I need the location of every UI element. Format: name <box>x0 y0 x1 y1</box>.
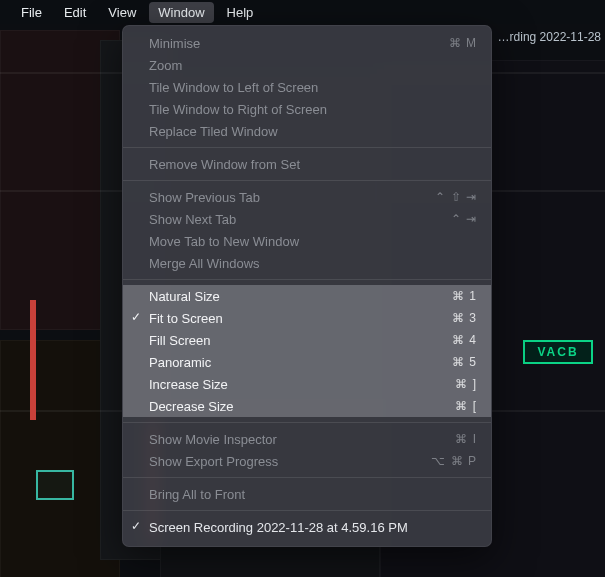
menu-item-replace-tiled[interactable]: Replace Tiled Window <box>123 120 491 142</box>
menu-help[interactable]: Help <box>218 2 263 23</box>
menu-item-show-previous-tab[interactable]: Show Previous Tab ⌃ ⇧ ⇥ <box>123 186 491 208</box>
menu-bar: File Edit View Window Help <box>0 0 605 24</box>
menu-item-label: Remove Window from Set <box>149 157 477 172</box>
menu-item-bring-all-to-front[interactable]: Bring All to Front <box>123 483 491 505</box>
background-window-title: …rding 2022-11-28 <box>498 30 601 44</box>
menu-item-accelerator: ⌘ 1 <box>452 289 477 303</box>
menu-separator <box>123 279 491 280</box>
menu-item-label: Zoom <box>149 58 477 73</box>
window-menu-dropdown: Minimise ⌘ M Zoom Tile Window to Left of… <box>122 25 492 547</box>
menu-item-fill-screen[interactable]: Fill Screen ⌘ 4 <box>123 329 491 351</box>
menu-section-sizing: Natural Size ⌘ 1 ✓ Fit to Screen ⌘ 3 Fil… <box>123 285 491 417</box>
menu-item-panoramic[interactable]: Panoramic ⌘ 5 <box>123 351 491 373</box>
menu-item-label: Show Next Tab <box>149 212 451 227</box>
menu-item-accelerator: ⌘ M <box>449 36 477 50</box>
menu-item-label: Replace Tiled Window <box>149 124 477 139</box>
menu-item-show-movie-inspector[interactable]: Show Movie Inspector ⌘ I <box>123 428 491 450</box>
menu-item-accelerator: ⌘ ] <box>455 377 477 391</box>
menu-item-move-tab-new-window[interactable]: Move Tab to New Window <box>123 230 491 252</box>
menu-item-minimise[interactable]: Minimise ⌘ M <box>123 32 491 54</box>
checkmark-icon: ✓ <box>131 519 141 533</box>
menu-item-label: Fit to Screen <box>149 311 452 326</box>
menu-item-natural-size[interactable]: Natural Size ⌘ 1 <box>123 285 491 307</box>
menu-item-accelerator: ⌘ I <box>455 432 477 446</box>
menu-item-label: Move Tab to New Window <box>149 234 477 249</box>
menu-separator <box>123 510 491 511</box>
neon-sign: VACB <box>523 340 593 364</box>
menu-item-tile-right[interactable]: Tile Window to Right of Screen <box>123 98 491 120</box>
menu-separator <box>123 147 491 148</box>
menu-item-accelerator: ⌘ [ <box>455 399 477 413</box>
menu-item-label: Fill Screen <box>149 333 452 348</box>
menu-edit[interactable]: Edit <box>55 2 95 23</box>
menu-item-fit-to-screen[interactable]: ✓ Fit to Screen ⌘ 3 <box>123 307 491 329</box>
menu-item-zoom[interactable]: Zoom <box>123 54 491 76</box>
menu-item-show-export-progress[interactable]: Show Export Progress ⌥ ⌘ P <box>123 450 491 472</box>
menu-item-accelerator: ⌥ ⌘ P <box>431 454 477 468</box>
menu-item-window-entry[interactable]: ✓ Screen Recording 2022-11-28 at 4.59.16… <box>123 516 491 538</box>
menu-item-label: Tile Window to Right of Screen <box>149 102 477 117</box>
menu-item-label: Decrease Size <box>149 399 455 414</box>
menu-item-label: Show Export Progress <box>149 454 431 469</box>
menu-file[interactable]: File <box>12 2 51 23</box>
menu-item-label: Merge All Windows <box>149 256 477 271</box>
menu-item-label: Bring All to Front <box>149 487 477 502</box>
menu-item-label: Tile Window to Left of Screen <box>149 80 477 95</box>
menu-item-label: Show Previous Tab <box>149 190 435 205</box>
checkmark-icon: ✓ <box>131 310 141 324</box>
menu-item-accelerator: ⌘ 5 <box>452 355 477 369</box>
menu-item-label: Show Movie Inspector <box>149 432 455 447</box>
menu-item-merge-all-windows[interactable]: Merge All Windows <box>123 252 491 274</box>
menu-item-label: Natural Size <box>149 289 452 304</box>
menu-window[interactable]: Window <box>149 2 213 23</box>
menu-item-remove-from-set[interactable]: Remove Window from Set <box>123 153 491 175</box>
menu-item-label: Panoramic <box>149 355 452 370</box>
menu-item-show-next-tab[interactable]: Show Next Tab ⌃ ⇥ <box>123 208 491 230</box>
menu-item-tile-left[interactable]: Tile Window to Left of Screen <box>123 76 491 98</box>
menu-separator <box>123 477 491 478</box>
menu-item-accelerator: ⌃ ⇥ <box>451 212 477 226</box>
menu-item-increase-size[interactable]: Increase Size ⌘ ] <box>123 373 491 395</box>
menu-item-accelerator: ⌘ 3 <box>452 311 477 325</box>
menu-item-label: Minimise <box>149 36 449 51</box>
menu-item-accelerator: ⌃ ⇧ ⇥ <box>435 190 477 204</box>
menu-view[interactable]: View <box>99 2 145 23</box>
menu-item-decrease-size[interactable]: Decrease Size ⌘ [ <box>123 395 491 417</box>
menu-separator <box>123 422 491 423</box>
menu-separator <box>123 180 491 181</box>
menu-item-label: Screen Recording 2022-11-28 at 4.59.16 P… <box>149 520 477 535</box>
menu-item-label: Increase Size <box>149 377 455 392</box>
menu-item-accelerator: ⌘ 4 <box>452 333 477 347</box>
